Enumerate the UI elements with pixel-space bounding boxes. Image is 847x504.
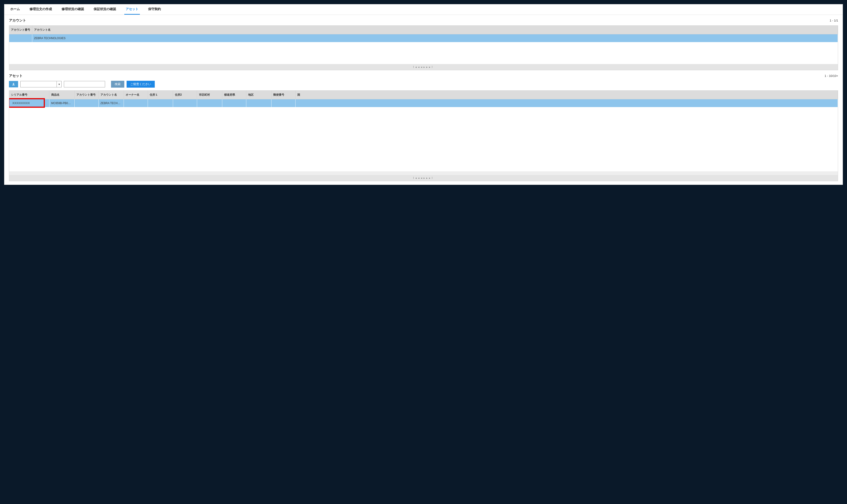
asset-toolbar: ▼ 検索 ご留意ください: [9, 81, 838, 88]
asset-cell-district: [246, 99, 271, 107]
asset-col-acct-num[interactable]: アカウント番号: [74, 91, 99, 99]
pager-first-icon[interactable]: I◂: [413, 66, 418, 69]
filter-select-wrap: ▼: [20, 81, 61, 87]
account-pager: I◂◂◂▸▸▸I: [9, 64, 838, 70]
download-button[interactable]: [9, 81, 18, 87]
filter-select[interactable]: [20, 81, 61, 87]
account-count: 1 - 1/1: [830, 19, 838, 22]
filter-text-input[interactable]: [64, 81, 105, 87]
asset-col-product[interactable]: 商品名: [49, 91, 74, 99]
tab-nav: ホーム 修理注文の作成 修理状況の確認 保証状況の確認 アセット 保守契約: [4, 4, 843, 15]
tab-home[interactable]: ホーム: [9, 4, 21, 15]
account-cell-name: ZEBRA TECHNOLOGIES: [32, 34, 838, 42]
asset-header: アセット 1 - 10/10+: [9, 74, 838, 78]
asset-cell-city: [197, 99, 222, 107]
pager-next-icon[interactable]: ▸▸: [423, 176, 429, 180]
asset-title: アセット: [9, 74, 23, 78]
download-icon: [12, 83, 15, 86]
note-button[interactable]: ご留意ください: [127, 81, 155, 88]
asset-pager: I◂◂◂▸▸▸I: [9, 175, 838, 181]
asset-section: アセット 1 - 10/10+ ▼ 検索 ご留意ください: [4, 70, 843, 185]
asset-col-addr2[interactable]: 住所2: [173, 91, 197, 99]
pager-last-icon[interactable]: ▸I: [429, 176, 434, 180]
pager-prev-icon[interactable]: ◂◂: [418, 66, 423, 69]
account-table-body: ZEBRA TECHNOLOGIES: [9, 34, 838, 64]
pager-first-icon[interactable]: I◂: [413, 176, 418, 180]
asset-cell-addr1: [148, 99, 173, 107]
pager-last-icon[interactable]: ▸I: [429, 66, 434, 69]
tab-create-order[interactable]: 修理注文の作成: [28, 4, 53, 15]
account-table-wrapper: アカウント番号 アカウント名 ZEBRA TECHNOLOGIES I◂◂◂▸▸…: [9, 25, 838, 70]
account-col-name[interactable]: アカウント名: [32, 25, 838, 34]
asset-col-acct-name[interactable]: アカウント名: [99, 91, 124, 99]
app-frame: ホーム 修理注文の作成 修理状況の確認 保証状況の確認 アセット 保守契約 アカ…: [4, 4, 843, 185]
asset-cell-owner: [124, 99, 148, 107]
asset-cell-acct-name: ZEBRA TECHNO...: [99, 99, 124, 107]
tab-asset[interactable]: アセット: [124, 4, 140, 15]
asset-table-wrapper: シリアル番号 商品名 アカウント番号 アカウント名 オーナー名 住所１ 住所2 …: [9, 90, 838, 181]
pager-prev-icon[interactable]: ◂◂: [418, 176, 423, 180]
asset-cell-pref: [222, 99, 246, 107]
account-title: アカウント: [9, 18, 26, 23]
asset-table: シリアル番号 商品名 アカウント番号 アカウント名 オーナー名 住所１ 住所2 …: [9, 91, 838, 107]
tab-contract[interactable]: 保守契約: [147, 4, 162, 15]
asset-cell-addr2: [173, 99, 197, 107]
asset-col-serial[interactable]: シリアル番号: [9, 91, 49, 99]
account-table: アカウント番号 アカウント名: [9, 25, 838, 34]
account-header: アカウント 1 - 1/1: [9, 18, 838, 23]
asset-col-country[interactable]: 国: [295, 91, 838, 99]
asset-cell-serial[interactable]: XXXXXXXXX: [9, 99, 49, 107]
account-row[interactable]: ZEBRA TECHNOLOGIES: [9, 34, 838, 42]
account-col-number[interactable]: アカウント番号: [9, 25, 32, 34]
asset-col-postal[interactable]: 郵便番号: [271, 91, 295, 99]
account-section: アカウント 1 - 1/1 アカウント番号 アカウント名 ZEBRA TECHN…: [4, 15, 843, 70]
tab-repair-status[interactable]: 修理状況の確認: [60, 4, 85, 15]
asset-col-pref[interactable]: 都道府県: [222, 91, 246, 99]
asset-col-addr1[interactable]: 住所１: [148, 91, 173, 99]
asset-row[interactable]: XXXXXXXXX MC659B-PB0BA... ZEBRA TECHNO..…: [9, 99, 838, 107]
asset-col-district[interactable]: 地区: [246, 91, 271, 99]
asset-cell-acct-num: [74, 99, 99, 107]
asset-col-owner[interactable]: オーナー名: [124, 91, 148, 99]
asset-horizontal-scrollbar[interactable]: [9, 172, 838, 175]
asset-col-city[interactable]: 市区町村: [197, 91, 222, 99]
tab-warranty-status[interactable]: 保証状況の確認: [92, 4, 118, 15]
asset-cell-product: MC659B-PB0BA...: [49, 99, 74, 107]
pager-next-icon[interactable]: ▸▸: [423, 66, 429, 69]
search-button[interactable]: 検索: [111, 81, 124, 88]
asset-cell-postal: [271, 99, 295, 107]
asset-cell-country: [295, 99, 838, 107]
account-cell-number: [9, 34, 32, 42]
asset-count: 1 - 10/10+: [825, 74, 838, 77]
